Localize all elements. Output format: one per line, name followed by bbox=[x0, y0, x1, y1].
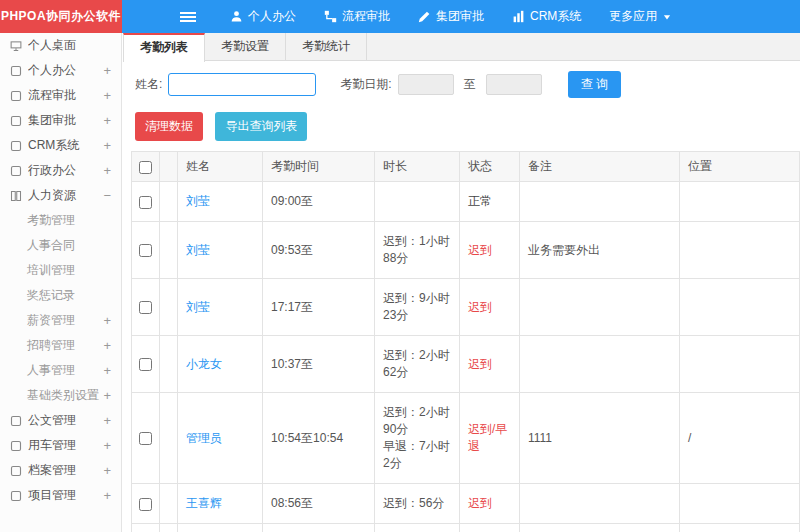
expand-icon[interactable]: + bbox=[103, 108, 121, 133]
employee-name-link[interactable]: 刘莹 bbox=[186, 194, 210, 208]
sidebar-item-archive-mgmt[interactable]: 档案管理+ bbox=[0, 458, 121, 483]
sidebar-item-label: 项目管理 bbox=[28, 483, 103, 508]
search-button[interactable]: 查 询 bbox=[568, 71, 621, 98]
expand-icon[interactable]: + bbox=[103, 433, 121, 458]
sidebar-subitem-label: 薪资管理 bbox=[27, 308, 103, 333]
spacer-column-header bbox=[160, 152, 178, 182]
column-header-status: 状态 bbox=[460, 152, 520, 182]
archive-icon bbox=[10, 465, 22, 477]
status-badge: 正常 bbox=[468, 194, 492, 208]
status-cell: 迟到 bbox=[460, 279, 520, 336]
status-cell: 迟到/早退 bbox=[460, 393, 520, 484]
nav-workflow-approval[interactable]: 流程审批 bbox=[310, 0, 404, 33]
edit-icon bbox=[418, 10, 431, 23]
sidebar-subitem-personnel-contract[interactable]: 人事合同 bbox=[0, 233, 121, 258]
employee-name-link[interactable]: 刘莹 bbox=[186, 243, 210, 257]
row-checkbox[interactable] bbox=[139, 196, 152, 209]
menu-toggle[interactable] bbox=[170, 0, 206, 33]
date-from-input[interactable] bbox=[398, 74, 454, 95]
tab-attendance-list[interactable]: 考勤列表 bbox=[123, 33, 205, 62]
sidebar-item-group-approval[interactable]: 集团审批+ bbox=[0, 108, 121, 133]
flow-icon bbox=[324, 10, 337, 23]
duration-cell: 迟到：56分 bbox=[375, 484, 460, 524]
doc-icon bbox=[10, 415, 22, 427]
app-window: PHPOA协同办公软件 个人办公流程审批集团审批CRM系统更多应用 个人桌面个人… bbox=[0, 0, 800, 532]
sidebar-subitem-attendance-mgmt[interactable]: 考勤管理 bbox=[0, 208, 121, 233]
sidebar-subitem-reward-record[interactable]: 奖惩记录 bbox=[0, 283, 121, 308]
expand-icon[interactable]: + bbox=[103, 83, 121, 108]
expand-icon[interactable]: + bbox=[103, 333, 121, 358]
row-checkbox[interactable] bbox=[139, 301, 152, 314]
tab-attendance-stats[interactable]: 考勤统计 bbox=[286, 33, 367, 60]
location-cell bbox=[680, 484, 800, 524]
sidebar-subitem-label: 人事合同 bbox=[27, 233, 121, 258]
name-filter-input[interactable] bbox=[168, 73, 316, 96]
collapse-icon[interactable]: − bbox=[103, 183, 121, 208]
name-cell: 刘莹 bbox=[178, 222, 263, 279]
expand-icon[interactable]: + bbox=[103, 158, 121, 183]
chart-icon bbox=[512, 10, 525, 23]
sidebar-item-workflow-approval[interactable]: 流程审批+ bbox=[0, 83, 121, 108]
nav-crm-system[interactable]: CRM系统 bbox=[498, 0, 595, 33]
row-checkbox-cell bbox=[132, 222, 160, 279]
employee-name-link[interactable]: 小龙女 bbox=[186, 357, 222, 371]
tab-bar: 考勤列表考勤设置考勤统计 bbox=[123, 33, 800, 61]
sidebar-subitem-personnel-mgmt[interactable]: 人事管理+ bbox=[0, 358, 121, 383]
expand-icon[interactable]: + bbox=[103, 408, 121, 433]
status-badge: 迟到 bbox=[468, 300, 492, 314]
sidebar-subitem-label: 基础类别设置 bbox=[27, 383, 103, 408]
row-checkbox[interactable] bbox=[139, 432, 152, 445]
row-checkbox[interactable] bbox=[139, 358, 152, 371]
expand-icon[interactable]: + bbox=[103, 483, 121, 508]
attendance-table: 姓名考勤时间时长状态备注位置 刘莹09:00至正常刘莹09:53至迟到：1小时8… bbox=[131, 151, 800, 532]
date-to-input[interactable] bbox=[486, 74, 542, 95]
table-row: 管理员10:54至10:54迟到：2小时90分 早退：7小时2分迟到/早退111… bbox=[132, 393, 800, 484]
row-checkbox[interactable] bbox=[139, 498, 152, 511]
status-badge: 迟到/早退 bbox=[468, 422, 507, 453]
name-cell: 刘莹 bbox=[178, 279, 263, 336]
sidebar-subitem-training-mgmt[interactable]: 培训管理 bbox=[0, 258, 121, 283]
project-icon bbox=[10, 490, 22, 502]
location-cell bbox=[680, 279, 800, 336]
user-icon bbox=[10, 65, 22, 77]
column-header-time: 考勤时间 bbox=[263, 152, 375, 182]
sidebar-item-personal-office[interactable]: 个人办公+ bbox=[0, 58, 121, 83]
sidebar-item-hr[interactable]: 人力资源− bbox=[0, 183, 121, 208]
sidebar-item-crm-system[interactable]: CRM系统+ bbox=[0, 133, 121, 158]
expand-icon[interactable]: + bbox=[103, 308, 121, 333]
expand-icon[interactable]: + bbox=[103, 58, 121, 83]
nav-group-approval[interactable]: 集团审批 bbox=[404, 0, 498, 33]
location-cell bbox=[680, 182, 800, 222]
expand-icon[interactable]: + bbox=[103, 383, 121, 408]
column-header-duration: 时长 bbox=[375, 152, 460, 182]
location-cell: / bbox=[680, 524, 800, 532]
clear-data-button[interactable]: 清理数据 bbox=[135, 112, 203, 141]
sidebar-subitem-salary-mgmt[interactable]: 薪资管理+ bbox=[0, 308, 121, 333]
export-list-button[interactable]: 导出查询列表 bbox=[215, 112, 307, 141]
nav-personal-office[interactable]: 个人办公 bbox=[216, 0, 310, 33]
select-all-checkbox[interactable] bbox=[139, 161, 152, 174]
sidebar-item-project-mgmt[interactable]: 项目管理+ bbox=[0, 483, 121, 508]
select-all-cell bbox=[132, 152, 160, 182]
sidebar-item-label: 人力资源 bbox=[28, 183, 103, 208]
employee-name-link[interactable]: 王喜辉 bbox=[186, 496, 222, 510]
tab-attendance-settings[interactable]: 考勤设置 bbox=[205, 33, 286, 60]
employee-name-link[interactable]: 刘莹 bbox=[186, 300, 210, 314]
sidebar-item-label: CRM系统 bbox=[28, 133, 103, 158]
expand-icon[interactable]: + bbox=[103, 133, 121, 158]
row-checkbox[interactable] bbox=[139, 244, 152, 257]
sidebar-item-document-mgmt[interactable]: 公文管理+ bbox=[0, 408, 121, 433]
expand-icon[interactable]: + bbox=[103, 358, 121, 383]
employee-name-link[interactable]: 管理员 bbox=[186, 431, 222, 445]
expand-icon[interactable]: + bbox=[103, 458, 121, 483]
sidebar-item-desktop[interactable]: 个人桌面 bbox=[0, 33, 121, 58]
status-cell: 迟到 bbox=[460, 336, 520, 393]
nav-more-apps[interactable]: 更多应用 bbox=[595, 0, 686, 33]
sidebar-item-vehicle-mgmt[interactable]: 用车管理+ bbox=[0, 433, 121, 458]
sidebar-item-label: 用车管理 bbox=[28, 433, 103, 458]
status-badge: 迟到 bbox=[468, 357, 492, 371]
sidebar-item-admin-office[interactable]: 行政办公+ bbox=[0, 158, 121, 183]
sidebar-subitem-base-category-settings[interactable]: 基础类别设置+ bbox=[0, 383, 121, 408]
sidebar-subitem-recruitment-mgmt[interactable]: 招聘管理+ bbox=[0, 333, 121, 358]
status-cell: 正常 bbox=[460, 182, 520, 222]
